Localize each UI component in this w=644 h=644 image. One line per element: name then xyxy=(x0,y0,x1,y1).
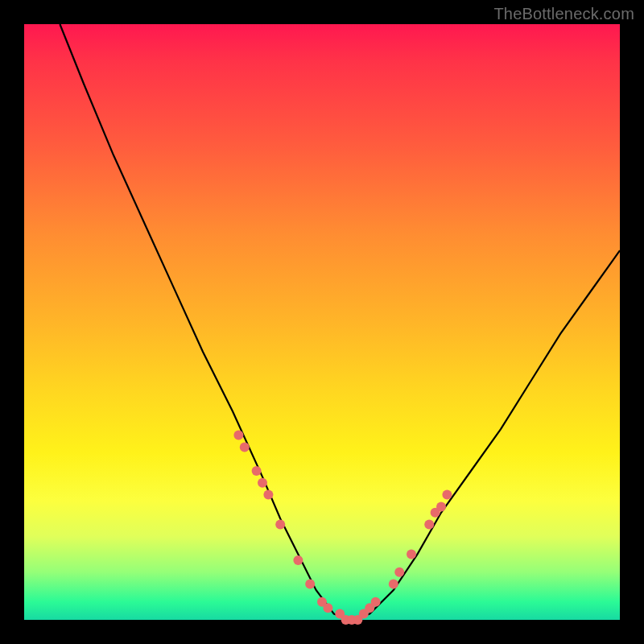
bottleneck-curve xyxy=(60,24,620,620)
sample-point xyxy=(407,550,416,559)
sample-point-markers xyxy=(233,431,452,625)
sample-point xyxy=(424,520,434,530)
curve-svg xyxy=(24,24,620,620)
sample-point xyxy=(323,603,332,613)
sample-point xyxy=(263,490,273,500)
sample-point xyxy=(240,442,250,452)
sample-point xyxy=(233,431,243,440)
watermark-text: TheBottleneck.com xyxy=(493,5,634,23)
sample-point xyxy=(275,520,285,530)
sample-point xyxy=(394,568,404,577)
sample-point xyxy=(305,580,315,589)
plot-area xyxy=(24,24,620,620)
sample-point xyxy=(258,478,267,488)
sample-point xyxy=(442,490,452,500)
sample-point xyxy=(371,597,381,607)
sample-point xyxy=(389,580,398,589)
chart-frame: TheBottleneck.com xyxy=(0,0,644,644)
sample-point xyxy=(436,502,446,511)
sample-point xyxy=(252,466,262,476)
sample-point xyxy=(293,555,303,565)
